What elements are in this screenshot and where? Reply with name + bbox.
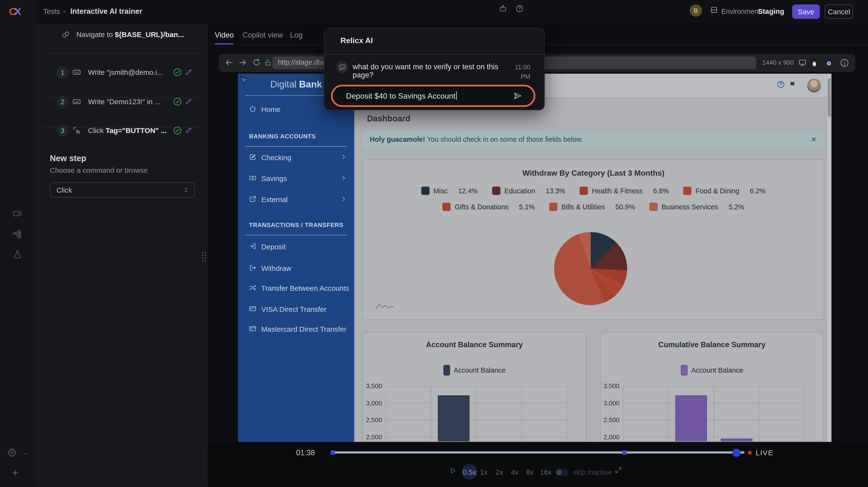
legend-swatch xyxy=(580,187,588,195)
legend-item: Account Balance xyxy=(681,365,743,375)
bank-nav-external[interactable]: External xyxy=(238,194,354,206)
pie-chart-title: Withdraw By Category (Last 3 Months) xyxy=(363,169,824,177)
legend-item: Account Balance xyxy=(443,365,506,375)
step-row-3[interactable]: 3 Click Tag="BUTTON" ... xyxy=(35,124,208,144)
timeline-track[interactable] xyxy=(331,451,745,454)
edit-pencil-icon[interactable] xyxy=(185,68,192,76)
bank-nav-withdraw[interactable]: Withdraw xyxy=(238,263,354,274)
browser-forward-icon[interactable] xyxy=(238,58,247,67)
edit-pencil-icon[interactable] xyxy=(185,126,192,134)
check-circle-icon xyxy=(173,68,182,77)
bank-nav-deposit[interactable]: Deposit xyxy=(238,242,354,253)
command-select[interactable]: Click xyxy=(50,182,195,198)
speed-4x[interactable]: 4x xyxy=(511,468,519,476)
bar-legend: Account Balance xyxy=(363,365,586,375)
legend-item: Misc12.4% xyxy=(421,187,477,195)
step-navigate-label: Navigate to ${BASE_URL}/ban... xyxy=(76,31,184,39)
alert-close-icon[interactable]: ✕ xyxy=(811,136,816,144)
cancel-button[interactable]: Cancel xyxy=(825,4,853,19)
tab-video[interactable]: Video xyxy=(215,31,234,39)
chevron-right-icon xyxy=(341,154,347,160)
tab-log[interactable]: Log xyxy=(290,31,303,39)
y-tick: 2,500 xyxy=(363,417,382,423)
bot-message: what do you want me to verify or test on… xyxy=(352,62,502,79)
bank-nav-transfer[interactable]: Transfer Between Accounts xyxy=(238,283,354,294)
skip-inactive-toggle[interactable] xyxy=(555,468,569,476)
flask-icon[interactable] xyxy=(13,250,22,259)
check-circle-icon xyxy=(173,126,182,135)
legend-swatch xyxy=(492,187,500,195)
y-tick: 3,500 xyxy=(600,383,620,389)
settings-gear-icon[interactable] xyxy=(7,448,17,457)
y-tick: 2,000 xyxy=(363,434,382,440)
legend-item: Business Services5.2% xyxy=(649,203,744,211)
timeline-marker-start[interactable] xyxy=(331,450,335,455)
speed-2x[interactable]: 2x xyxy=(496,468,503,476)
bank-nav-visa-transfer[interactable]: VISA Direct Transfer xyxy=(238,304,354,315)
environment-icon xyxy=(710,6,718,14)
live-label: LIVE xyxy=(755,449,774,457)
breadcrumb-current: Interactive AI trainer xyxy=(70,7,142,16)
panel-drag-handle[interactable] xyxy=(201,251,207,264)
new-step-title: New step xyxy=(50,153,87,163)
bank-section-transactions: TRANSACTIONS / TRANSFERS xyxy=(249,221,343,228)
scrollbar-thumb[interactable] xyxy=(828,78,831,117)
bank-nav-mastercard-transfer[interactable]: Mastercard Direct Transfer xyxy=(238,324,354,335)
y-tick: 3,000 xyxy=(363,400,382,406)
page-scrollbar[interactable] xyxy=(827,74,831,442)
bar-chart-title: Account Balance Summary xyxy=(363,341,586,349)
step-row-2[interactable]: 2 Write "Demo123!" in ... xyxy=(35,95,208,115)
speed-8x[interactable]: 8x xyxy=(526,468,533,476)
legend-swatch xyxy=(683,187,691,195)
monitor-icon[interactable] xyxy=(798,59,806,67)
bank-user-avatar[interactable] xyxy=(807,79,821,93)
bank-nav-checking[interactable]: Checking xyxy=(238,152,354,163)
external-link-icon xyxy=(249,195,256,203)
alert-banner: Holy guacamole! You should check in on s… xyxy=(363,130,824,149)
play-icon[interactable] xyxy=(449,467,457,475)
topbar: Tests › Interactive AI trainer B Environ… xyxy=(35,0,868,23)
legend-swatch xyxy=(649,203,657,211)
credit-card-icon xyxy=(249,305,256,312)
speed-1x[interactable]: 1x xyxy=(480,468,488,476)
bank-content: Dashboard Holy guacamole! You should che… xyxy=(354,74,831,442)
y-tick: 2,500 xyxy=(600,417,620,423)
chevron-down-icon[interactable] xyxy=(22,450,29,457)
robot-icon[interactable] xyxy=(499,4,507,12)
add-icon[interactable]: + xyxy=(12,467,18,479)
user-avatar[interactable]: B xyxy=(690,4,702,17)
bar-account-balance xyxy=(438,395,469,442)
help-icon[interactable] xyxy=(516,4,524,12)
step-navigate[interactable]: Navigate to ${BASE_URL}/ban... xyxy=(35,28,208,48)
bar-plot-area xyxy=(623,386,805,442)
keyboard-icon xyxy=(72,68,81,76)
breadcrumb-tests[interactable]: Tests xyxy=(43,7,60,16)
timeline-thumb[interactable] xyxy=(733,448,741,456)
edit-pencil-icon[interactable] xyxy=(185,97,192,105)
speed-16x[interactable]: 16x xyxy=(540,468,552,476)
bank-help-icon[interactable] xyxy=(777,80,785,88)
bot-avatar-icon xyxy=(336,61,348,73)
video-camera-icon[interactable] xyxy=(13,209,22,218)
timeline-marker-mid[interactable] xyxy=(622,450,626,455)
shuffle-icon xyxy=(249,284,256,292)
info-icon[interactable] xyxy=(840,58,849,68)
account-balance-card: Account Balance Summary Account Balance … xyxy=(363,332,586,442)
speed-0.5x[interactable]: 0.5x xyxy=(463,468,476,476)
step-row-1[interactable]: 1 Write "jsmith@demo.i... xyxy=(35,65,208,85)
cx-logo[interactable]: CX xyxy=(9,6,21,18)
browser-reload-icon[interactable] xyxy=(252,58,260,66)
flow-tree-icon[interactable] xyxy=(13,229,22,239)
browser-back-icon[interactable] xyxy=(225,58,234,67)
fullscreen-icon[interactable] xyxy=(614,466,622,474)
send-icon[interactable] xyxy=(513,91,522,100)
save-button[interactable]: Save xyxy=(792,4,820,19)
tab-copilot-view[interactable]: Copilot view xyxy=(242,31,283,39)
recorded-cursor-icon xyxy=(239,75,249,89)
bank-nav-savings[interactable]: Savings xyxy=(238,173,354,184)
ai-command-input[interactable]: Deposit $40 to Savings Account xyxy=(331,85,535,107)
legend-item: Bills & Utilities50.9% xyxy=(549,203,635,211)
step-number: 2 xyxy=(56,96,68,108)
viewport-resolution: 1440 x 900 xyxy=(762,59,794,66)
check-circle-icon xyxy=(173,97,182,106)
